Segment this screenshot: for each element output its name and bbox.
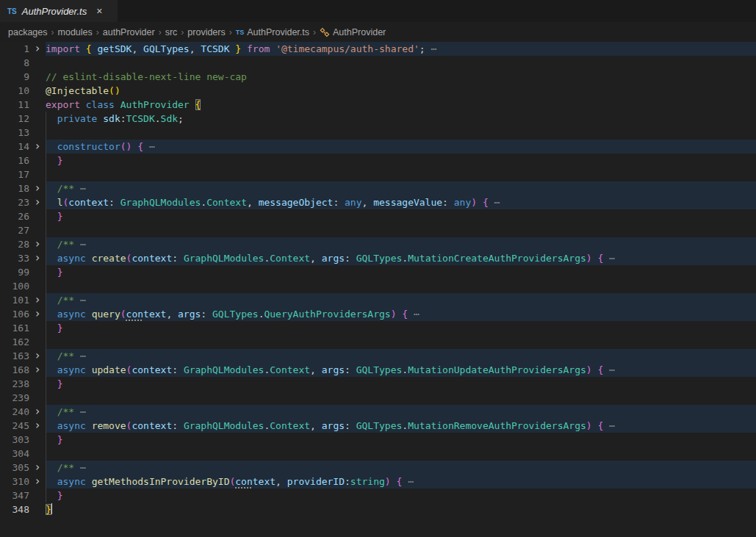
fold-chevron-icon[interactable]: › — [29, 181, 46, 195]
code-line[interactable]: 13 — [0, 126, 756, 140]
fold-chevron-icon[interactable]: › — [29, 475, 46, 489]
fold-chevron-icon[interactable]: › — [29, 363, 46, 377]
breadcrumb-item-packages[interactable]: packages — [8, 27, 48, 37]
code-line-text[interactable]: } — [46, 377, 756, 391]
code-line-text[interactable] — [46, 279, 756, 293]
code-line-text[interactable]: } — [46, 489, 756, 502]
code-line-text[interactable]: } — [46, 433, 756, 447]
line-number[interactable]: 303 — [0, 433, 29, 447]
code-line[interactable]: 12 private sdk:TCSDK.Sdk; — [0, 112, 756, 126]
line-number[interactable]: 33 — [0, 251, 29, 265]
close-icon[interactable]: × — [96, 5, 102, 17]
code-line[interactable]: 17 — [0, 167, 756, 181]
code-line[interactable]: 106› async query(context, args: GQLTypes… — [0, 307, 756, 321]
code-line-text[interactable] — [46, 335, 756, 349]
line-number[interactable]: 12 — [0, 112, 29, 126]
code-line-text[interactable]: async create(context: GraphQLModules.Con… — [46, 251, 756, 265]
line-number[interactable]: 240 — [0, 405, 29, 419]
line-number[interactable]: 310 — [0, 475, 29, 489]
code-line-text[interactable] — [46, 223, 756, 237]
code-line-text[interactable]: constructor() { ⋯ — [46, 140, 756, 154]
code-line[interactable]: 161 } — [0, 321, 756, 335]
code-line-text[interactable]: /** ⋯ — [46, 349, 756, 363]
code-line[interactable]: 240› /** ⋯ — [0, 405, 756, 419]
fold-chevron-icon[interactable]: › — [29, 251, 46, 265]
editor[interactable]: 1›import { getSDK, GQLTypes, TCSDK } fro… — [0, 42, 756, 516]
line-number[interactable]: 161 — [0, 321, 29, 335]
fold-chevron-icon[interactable]: › — [29, 293, 46, 307]
code-line[interactable]: 8 — [0, 56, 756, 70]
code-line-text[interactable] — [46, 391, 756, 405]
line-number[interactable]: 14 — [0, 140, 29, 154]
code-line[interactable]: 33› async create(context: GraphQLModules… — [0, 251, 756, 265]
line-number[interactable]: 8 — [0, 56, 29, 70]
code-line-text[interactable]: } — [46, 321, 756, 335]
tab-authprovider[interactable]: TS AuthProvider.ts × — [0, 0, 118, 22]
line-number[interactable]: 99 — [0, 265, 29, 279]
code-line[interactable]: 18› /** ⋯ — [0, 181, 756, 195]
code-line[interactable]: 28› /** ⋯ — [0, 237, 756, 251]
code-line-text[interactable]: /** ⋯ — [46, 293, 756, 307]
code-line[interactable]: 239 — [0, 391, 756, 405]
code-line[interactable]: 238 } — [0, 377, 756, 391]
line-number[interactable]: 27 — [0, 223, 29, 237]
line-number[interactable]: 26 — [0, 209, 29, 223]
line-number[interactable]: 106 — [0, 307, 29, 321]
line-number[interactable]: 304 — [0, 447, 29, 461]
code-line-text[interactable]: } — [46, 265, 756, 279]
line-number[interactable]: 347 — [0, 489, 29, 502]
code-line-text[interactable]: /** ⋯ — [46, 237, 756, 251]
code-line[interactable]: 245› async remove(context: GraphQLModule… — [0, 419, 756, 433]
breadcrumb-item-authprovider[interactable]: AuthProvider — [320, 27, 386, 37]
line-number[interactable]: 9 — [0, 70, 29, 84]
code-line-text[interactable]: async getMethodsInProviderByID(context, … — [46, 475, 756, 489]
code-line-text[interactable]: import { getSDK, GQLTypes, TCSDK } from … — [46, 42, 756, 56]
breadcrumb-item-src[interactable]: src — [165, 27, 178, 37]
code-line[interactable]: 10@Injectable() — [0, 84, 756, 98]
code-line[interactable]: 310› async getMethodsInProviderByID(cont… — [0, 475, 756, 489]
code-line-text[interactable] — [46, 167, 756, 181]
code-line-text[interactable] — [46, 447, 756, 461]
code-line[interactable]: 101› /** ⋯ — [0, 293, 756, 307]
code-line-text[interactable]: } — [46, 154, 756, 167]
line-number[interactable]: 28 — [0, 237, 29, 251]
line-number[interactable]: 163 — [0, 349, 29, 363]
code-line-text[interactable] — [46, 56, 756, 70]
code-line[interactable]: 27 — [0, 223, 756, 237]
line-number[interactable]: 100 — [0, 279, 29, 293]
fold-chevron-icon[interactable]: › — [29, 307, 46, 321]
code-line-text[interactable]: private sdk:TCSDK.Sdk; — [46, 112, 756, 126]
fold-chevron-icon[interactable]: › — [29, 237, 46, 251]
fold-chevron-icon[interactable]: › — [29, 195, 46, 209]
code-line-text[interactable]: /** ⋯ — [46, 181, 756, 195]
fold-chevron-icon[interactable]: › — [29, 42, 46, 56]
code-line[interactable]: 99 } — [0, 265, 756, 279]
line-number[interactable]: 16 — [0, 154, 29, 167]
line-number[interactable]: 17 — [0, 167, 29, 181]
line-number[interactable]: 168 — [0, 363, 29, 377]
code-line-text[interactable]: /** ⋯ — [46, 461, 756, 475]
line-number[interactable]: 239 — [0, 391, 29, 405]
line-number[interactable]: 245 — [0, 419, 29, 433]
code-line[interactable]: 100 — [0, 279, 756, 293]
line-number[interactable]: 1 — [0, 42, 29, 56]
line-number[interactable]: 10 — [0, 84, 29, 98]
code-line[interactable]: 9// eslint-disable-next-line new-cap — [0, 70, 756, 84]
line-number[interactable]: 23 — [0, 195, 29, 209]
line-number[interactable]: 11 — [0, 98, 29, 112]
code-line-text[interactable]: async remove(context: GraphQLModules.Con… — [46, 419, 756, 433]
line-number[interactable]: 305 — [0, 461, 29, 475]
code-line-text[interactable]: async query(context, args: GQLTypes.Quer… — [46, 307, 756, 321]
breadcrumb-item-authprovider-ts[interactable]: TSAuthProvider.ts — [236, 27, 309, 37]
fold-chevron-icon[interactable]: › — [29, 419, 46, 433]
code-line[interactable]: 1›import { getSDK, GQLTypes, TCSDK } fro… — [0, 42, 756, 56]
line-number[interactable]: 18 — [0, 181, 29, 195]
code-line[interactable]: 303 } — [0, 433, 756, 447]
code-line-text[interactable]: // eslint-disable-next-line new-cap — [46, 70, 756, 84]
code-line[interactable]: 26 } — [0, 209, 756, 223]
fold-chevron-icon[interactable]: › — [29, 140, 46, 154]
code-line-text[interactable]: @Injectable() — [46, 84, 756, 98]
code-line[interactable]: 23› l(context: GraphQLModules.Context, m… — [0, 195, 756, 209]
code-line[interactable]: 168› async update(context: GraphQLModule… — [0, 363, 756, 377]
code-line[interactable]: 305› /** ⋯ — [0, 461, 756, 475]
